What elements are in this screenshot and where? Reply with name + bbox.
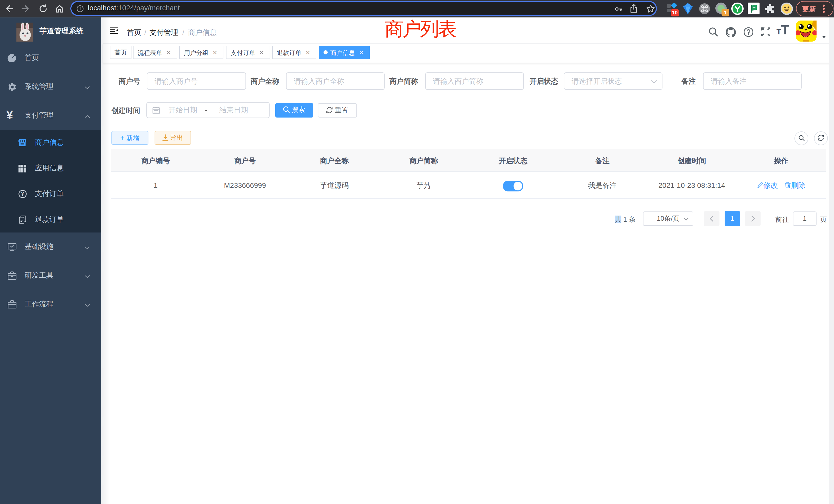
svg-text:¥: ¥ (21, 191, 24, 197)
